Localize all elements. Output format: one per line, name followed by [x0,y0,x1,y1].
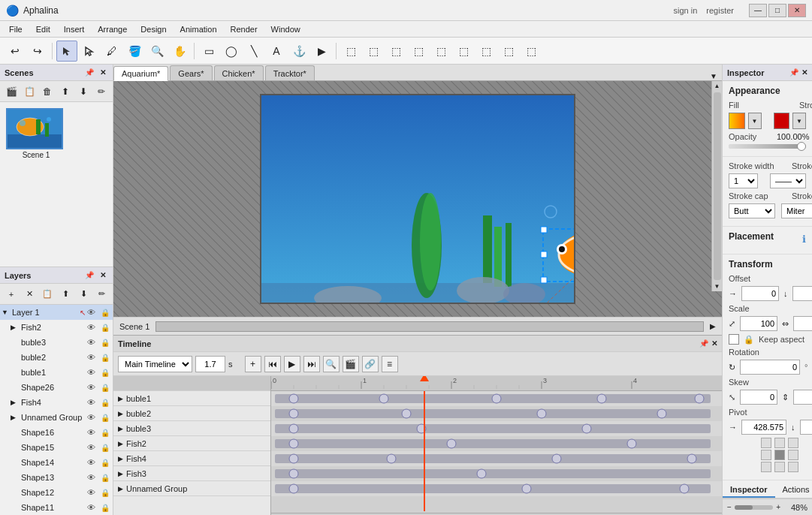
toolbar-rect[interactable]: ▭ [198,41,219,62]
tabs-dropdown[interactable]: ▼ [705,72,722,80]
timeline-settings[interactable]: ≡ [382,356,398,372]
tl-name-fish2[interactable]: ▶ Fish2 [113,436,270,451]
toolbar-shape6[interactable]: ⬚ [453,41,474,62]
layer-item-shape13[interactable]: Shape13 👁 🔒 [0,470,113,485]
skew-x-input[interactable] [740,390,777,405]
tab-actions[interactable]: Actions [775,483,812,498]
toolbar-hand[interactable]: ✋ [169,41,190,62]
scenes-delete[interactable]: 🗑 [39,83,56,100]
layer-eye-shape12[interactable]: 👁 [87,488,101,497]
scenes-pin[interactable]: 📌 [83,68,96,77]
layer-eye-buble1[interactable]: 👁 [87,368,101,377]
timeline-pin[interactable]: 📌 [699,339,708,348]
layer-item-shape11[interactable]: Shape11 👁 🔒 [0,500,113,515]
tl-name-buble1[interactable]: ▶ buble1 [113,391,270,406]
toolbar-shape1[interactable]: ⬚ [340,41,361,62]
layer-eye-shape13[interactable]: 👁 [87,473,101,482]
layer-eye-layer1[interactable]: 👁 [87,308,101,317]
layers-rename[interactable]: ✏ [93,286,110,303]
toolbar-shape9[interactable]: ⬚ [521,41,542,62]
layer-eye-buble2[interactable]: 👁 [87,353,101,362]
menu-edit[interactable]: Edit [30,23,56,35]
scroll-down-btn[interactable]: ▼ [713,282,722,291]
toolbar-video[interactable]: ▶ [311,41,332,62]
layer-item-shape15[interactable]: Shape15 👁 🔒 [0,440,113,455]
placement-info-icon[interactable]: ℹ [802,233,806,245]
toolbar-line[interactable]: ╲ [243,41,264,62]
layer-eye-shape11[interactable]: 👁 [87,503,101,512]
layer-lock-shape26[interactable]: 🔒 [101,384,111,392]
menu-render[interactable]: Render [225,23,264,35]
layer-item-shape26[interactable]: Shape26 👁 🔒 [0,380,113,395]
toolbar-shape4[interactable]: ⬚ [408,41,429,62]
tl-name-unnamed[interactable]: ▶ Unnamed Group [113,481,270,496]
layer-eye-shape26[interactable]: 👁 [87,383,101,392]
tl-expand-buble2[interactable]: ▶ [118,410,123,417]
scale-y-input[interactable] [793,316,812,331]
tab-tracktor[interactable]: Tracktor* [265,65,315,80]
layer-lock-layer1[interactable]: 🔒 [101,309,111,317]
timeline-play[interactable]: ▶ [284,356,300,372]
tl-name-fish3[interactable]: ▶ Fish3 [113,466,270,481]
scenes-copy[interactable]: 📋 [21,83,38,100]
fill-color-btn[interactable]: ▼ [748,113,762,129]
layer-expand-unnamed[interactable]: ▶ [11,414,21,421]
pivot-mc[interactable] [774,450,785,460]
pivot-y-input[interactable] [800,420,813,435]
stroke-color-swatch[interactable] [774,113,790,129]
layer-lock-shape13[interactable]: 🔒 [101,474,111,482]
layer-eye-shape16[interactable]: 👁 [87,428,101,437]
pivot-tr[interactable] [788,438,798,448]
pivot-bc[interactable] [774,462,785,472]
layer-lock-buble3[interactable]: 🔒 [101,339,111,347]
scenes-close[interactable]: ✕ [98,68,108,77]
scenes-add[interactable]: 🎬 [3,83,20,100]
tl-expand-buble3[interactable]: ▶ [118,425,123,432]
layer-lock-shape16[interactable]: 🔒 [101,429,111,437]
scenes-up[interactable]: ⬆ [57,83,74,100]
tl-expand-fish4[interactable]: ▶ [118,455,123,462]
pivot-x-input[interactable] [741,420,786,435]
layers-close[interactable]: ✕ [98,270,108,280]
layer-eye-buble3[interactable]: 👁 [87,338,101,347]
pivot-tl[interactable] [761,438,771,448]
minimize-button[interactable]: — [749,4,767,17]
pivot-mr[interactable] [788,450,798,460]
menu-insert[interactable]: Insert [58,23,91,35]
zoom-out-btn[interactable]: − [727,503,732,511]
inspector-pin[interactable]: 📌 [789,68,798,77]
menu-design[interactable]: Design [134,23,172,35]
layer-item-shape16[interactable]: Shape16 👁 🔒 [0,425,113,440]
pivot-ml[interactable] [761,450,771,460]
offset-y-input[interactable] [792,286,813,301]
toolbar-zoom[interactable]: 🔍 [146,41,168,62]
fill-color-swatch[interactable] [729,113,745,129]
close-button[interactable]: ✕ [788,4,806,17]
zoom-slider[interactable] [735,505,773,510]
scene-bar-arrow[interactable]: ▶ [710,322,716,330]
opacity-slider[interactable] [729,144,806,149]
layer-item-unnamed[interactable]: ▶ Unnamed Group 👁 🔒 [0,410,113,425]
layer-expand-layer1[interactable]: ▼ [2,309,12,316]
layer-eye-shape15[interactable]: 👁 [87,443,101,452]
toolbar-undo[interactable]: ↩ [5,41,26,62]
layer-item-buble2[interactable]: buble2 👁 🔒 [0,350,113,365]
scenes-rename[interactable]: ✏ [93,83,110,100]
layers-pin[interactable]: 📌 [83,270,96,280]
scenes-down[interactable]: ⬇ [75,83,92,100]
toolbar-shape5[interactable]: ⬚ [430,41,451,62]
layers-delete[interactable]: ✕ [21,286,38,303]
tl-name-buble3[interactable]: ▶ buble3 [113,421,270,436]
scale-x-input[interactable] [740,316,777,331]
toolbar-subselect[interactable] [79,41,100,62]
menu-animation[interactable]: Animation [174,23,223,35]
layer-item-buble3[interactable]: buble3 👁 🔒 [0,335,113,350]
layer-eye-unnamed[interactable]: 👁 [87,413,101,422]
layer-lock-fish4[interactable]: 🔒 [101,399,111,407]
tl-expand-unnamed2[interactable]: ▶ [118,485,123,492]
toolbar-shape2[interactable]: ⬚ [363,41,384,62]
layer-item-fish4[interactable]: ▶ Fish4 👁 🔒 [0,395,113,410]
toolbar-redo[interactable]: ↪ [27,41,48,62]
layer-lock-unnamed[interactable]: 🔒 [101,414,111,422]
sign-in-link[interactable]: sign in [674,6,698,15]
